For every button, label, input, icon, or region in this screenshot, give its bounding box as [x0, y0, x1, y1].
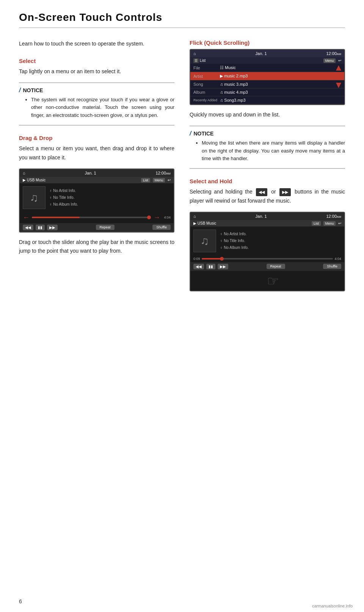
usb2-time: 12:00AM [326, 214, 341, 219]
ffwd-inline-btn[interactable]: ▶▶ [279, 188, 291, 196]
usb-header: ⌂ Jan. 1 12:00AM [20, 169, 174, 177]
usb2-list-tab[interactable]: List [312, 221, 321, 226]
flick-screen: ⌂ Jan. 1 12:00AM ☰ List Menu ↩ [190, 49, 345, 105]
notice-select-header: / NOTICE [19, 87, 174, 94]
row-label-artist: Artist [193, 74, 220, 79]
notice-select-label: NOTICE [23, 87, 43, 93]
progress-fill [32, 217, 80, 218]
notice-select-item: The system will not recognize your touch… [31, 96, 174, 120]
list-row-file[interactable]: File ☷ Music [190, 64, 344, 72]
hold-total: 4:04 [334, 257, 341, 261]
usb2-rewind-btn[interactable]: ◀◀ [193, 264, 204, 269]
select-text: Tap lightly on a menu or an item to sele… [19, 67, 174, 76]
usb-tabs: List Menu ↩ [140, 178, 171, 182]
hold-progress-bar[interactable] [202, 258, 333, 260]
album-art: ♫ [23, 186, 46, 209]
usb-subheader: ▶ USB Music List Menu ↩ [20, 177, 174, 183]
notice-flick-header: / NOTICE [190, 130, 345, 137]
usb2-controls-row: ◀◀ ▮▮ ▶▶ Repeat Shuffle [190, 262, 344, 271]
progress-row: ← → 4:04 [20, 212, 174, 223]
ffwd-btn[interactable]: ▶▶ [47, 225, 58, 230]
arrow-down-icon [336, 83, 341, 88]
usb2-repeat-btn[interactable]: Repeat [267, 264, 285, 269]
play-pause-btn[interactable]: ▮▮ [36, 225, 45, 230]
usb2-subheader: ▶ USB Music List Menu ↩ [190, 220, 344, 227]
rewind-inline-btn[interactable]: ◀◀ [256, 188, 267, 196]
progress-dot [147, 216, 151, 219]
hold-elapsed: 0:09 [193, 257, 200, 261]
notice-flick-icon: / [190, 130, 191, 137]
notice-select-box: / NOTICE The system will not recognize y… [19, 82, 174, 126]
hold-dot [220, 257, 224, 261]
rewind-btn[interactable]: ◀◀ [23, 225, 33, 230]
row-value-recently: ♫ Song3.mp3 [220, 98, 246, 102]
flick-arrows [336, 65, 341, 88]
row-value-album: ♫ music 4.mp3 [220, 90, 248, 94]
notice-flick-bullets: Moving the list when there are many item… [196, 139, 345, 163]
notice-flick-item: Moving the list when there are many item… [202, 139, 345, 163]
list-row-recently[interactable]: Recently Added ♫ Song3.mp3 [190, 96, 344, 104]
arrow-right: → [153, 214, 160, 222]
select-hold-text: Selecting and holding the ◀◀ or ▶▶ butto… [190, 187, 345, 206]
usb2-album-art: ♫ [193, 230, 216, 252]
list-icon: ☰ List [193, 58, 206, 63]
drag-text2: Drag or touch the slider along the play … [19, 238, 174, 256]
usb2-title-info: ♀ No Title Info. [220, 238, 249, 244]
usb2-ffwd-btn[interactable]: ▶▶ [218, 264, 228, 269]
list-row-artist[interactable]: Artist ▶ music 2.mp3 [190, 72, 344, 80]
list-row-song[interactable]: Song ♫ music 3.mp3 [190, 80, 344, 88]
usb2-play-pause-btn[interactable]: ▮▮ [206, 264, 215, 269]
back-icon2[interactable]: ↩ [338, 58, 341, 63]
usb2-date: Jan. 1 [256, 214, 267, 219]
title-info: ♀ No Title Info. [49, 194, 78, 201]
usb-screen-drag: ⌂ Jan. 1 12:00AM ▶ USB Music List Menu ↩… [19, 168, 174, 233]
drag-heading: Drag & Drop [19, 135, 174, 141]
notice-flick-box: / NOTICE Moving the list when there are … [190, 126, 345, 169]
arrow-left: ← [23, 214, 30, 222]
page-number: 6 [19, 598, 22, 604]
usb2-album-info: ♀ No Album Info. [220, 244, 249, 251]
list-row-album[interactable]: Album ♫ music 4.mp3 [190, 88, 344, 96]
row-value-song: ♫ music 3.mp3 [220, 82, 248, 87]
track-info: ♀ No Artist Info. ♀ No Title Info. ♀ No … [49, 187, 78, 208]
flick-screen-subheader: ☰ List Menu ↩ [190, 57, 344, 64]
row-label-recently: Recently Added [193, 98, 220, 102]
page-container: On-Screen Touch Controls Learn how to to… [0, 0, 364, 319]
total-time: 4:04 [164, 216, 171, 219]
menu-tab[interactable]: Menu [153, 178, 165, 182]
repeat-btn[interactable]: Repeat [96, 225, 115, 230]
usb2-back-icon[interactable]: ↩ [338, 221, 341, 225]
flick-heading: Flick (Quick Scrolling) [190, 39, 345, 46]
usb-title: ▶ USB Music [23, 178, 46, 182]
usb2-menu-tab[interactable]: Menu [323, 221, 336, 226]
flick-text: Quickly moves up and down in the list. [190, 110, 345, 120]
menu-btn[interactable]: Menu ↩ [322, 58, 341, 63]
usb2-shuffle-btn[interactable]: Shuffle [323, 264, 341, 269]
col-left: Learn how to touch the screen to operate… [19, 39, 174, 297]
flick-date: Jan. 1 [256, 51, 267, 56]
shuffle-btn[interactable]: Shuffle [152, 225, 171, 230]
artist-info: ♀ No Artist Info. [49, 187, 78, 194]
row-label-song: Song [193, 82, 220, 87]
album-info: ♀ No Album Info. [49, 201, 78, 208]
watermark: carmanualsonline.info [312, 604, 353, 608]
row-value-artist: ▶ music 2.mp3 [220, 74, 248, 79]
notice-icon: / [19, 87, 20, 94]
arrow-up-icon [336, 65, 341, 71]
usb2-home-icon: ⌂ [193, 214, 196, 219]
page-title: On-Screen Touch Controls [19, 11, 345, 28]
usb-date: Jan. 1 [85, 171, 96, 175]
hold-progress-fill [202, 258, 221, 260]
flick-time: 12:00AM [326, 51, 341, 56]
usb2-artist: ♀ No Artist Info. [220, 231, 249, 238]
progress-bar[interactable] [32, 217, 151, 218]
usb-screen-hold: ⌂ Jan. 1 12:00AM ▶ USB Music List Menu ↩… [190, 212, 345, 291]
usb2-tabs: List Menu ↩ [310, 221, 341, 225]
hand-cursor-icon: ☞ [267, 273, 279, 289]
back-icon[interactable]: ↩ [168, 178, 171, 182]
flick-home-icon: ⌂ [193, 51, 196, 56]
flick-screen-header: ⌂ Jan. 1 12:00AM [190, 50, 344, 57]
list-tab[interactable]: List [141, 178, 150, 182]
screen-list-container: File ☷ Music Artist ▶ music 2.mp3 Song ♫… [190, 64, 344, 104]
select-hold-heading: Select and Hold [190, 178, 345, 184]
